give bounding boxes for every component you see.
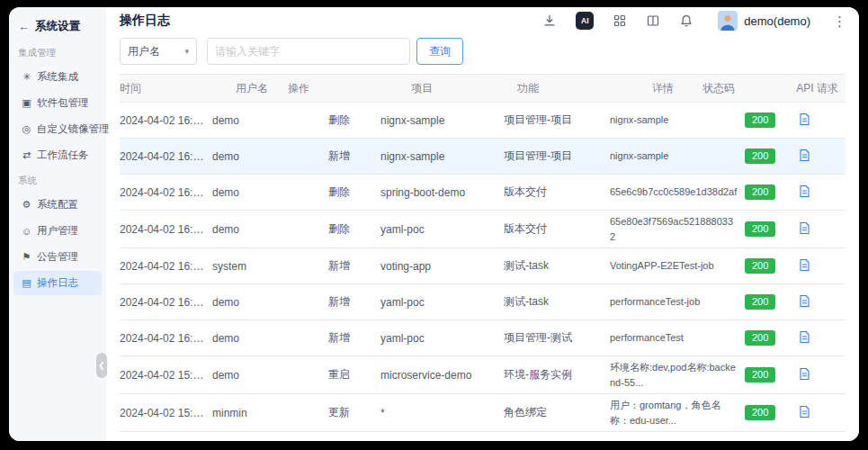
cell-detail: 环境名称:dev,pod名称:backend-55... — [610, 356, 745, 393]
sidebar-item-announcement-management[interactable]: ⚑ 公告管理 — [13, 245, 102, 269]
main-content: 操作日志 AI demo(de — [106, 7, 859, 441]
search-button[interactable]: 查询 — [416, 38, 463, 65]
status-badge: 200 — [745, 221, 775, 237]
cell-time: 2024-04-02 16:34:57 — [120, 220, 212, 239]
table-row[interactable]: 2024-04-02 16:35:05 demo 删除 spring-boot-… — [120, 175, 846, 211]
api-request-doc-icon[interactable] — [799, 148, 810, 162]
more-menu-icon[interactable]: ⋮ — [833, 14, 846, 28]
cell-username: demo — [212, 111, 328, 130]
sidebar-item-label: 工作流任务 — [37, 148, 89, 162]
download-icon[interactable] — [542, 14, 557, 28]
cell-operation: 删除 — [328, 218, 380, 240]
cell-project: microservice-demo — [380, 365, 504, 385]
sidebar-item-icon: ▣ — [21, 97, 32, 109]
sidebar-group-system: ⚙ 系统配置 ☺ 用户管理 ⚑ 公告管理 ▤ 操作日志 — [9, 193, 106, 295]
sidebar-item-package-management[interactable]: ▣ 软件包管理 — [13, 91, 102, 115]
cell-operation: 新增 — [328, 255, 380, 277]
status-badge: 200 — [745, 112, 775, 128]
column-header: 用户名 — [236, 81, 288, 96]
filter-field-value: 用户名 — [128, 44, 160, 59]
cell-project: yaml-poc — [380, 440, 504, 442]
cell-function: 测试-task — [504, 255, 610, 277]
table-row[interactable]: 2024-04-02 15:50:56 minmin 更新 * 角色绑定 用户：… — [120, 394, 846, 432]
column-header: 状态码 — [702, 81, 796, 96]
column-header: 时间 — [120, 81, 236, 96]
table-row[interactable]: 2024-04-02 16:34:57 demo 删除 yaml-poc 版本交… — [120, 211, 846, 248]
sidebar: ← 系统设置 集成管理 ✳ 系统集成 ▣ 软件包管理 ◎ 自定义镜像管理 ⇄ 工… — [9, 7, 106, 441]
table-row[interactable]: 2024-04-02 15:51:48 demo 重启 microservice… — [120, 356, 846, 394]
cell-time: 2024-04-02 16:35:05 — [120, 183, 212, 202]
cell-username: demo — [212, 365, 328, 385]
cell-api-request — [795, 438, 846, 442]
table-row[interactable]: 2024-04-02 16:48:38 demo 删除 nignx-sample… — [120, 103, 846, 139]
cell-function: 版本交付 — [504, 218, 610, 240]
table-row[interactable]: 2024-04-02 14:28:19 demo 新建 yaml-poc 自定义… — [120, 432, 846, 441]
sidebar-collapse-handle[interactable]: ❮ — [96, 353, 107, 378]
api-request-doc-icon[interactable] — [799, 221, 810, 235]
cell-function: 环境-服务实例 — [504, 364, 610, 386]
cell-username: demo — [212, 440, 328, 442]
sidebar-item-label: 自定义镜像管理 — [37, 122, 110, 136]
sidebar-header: ← 系统设置 — [9, 7, 106, 41]
table-row[interactable]: 2024-04-02 16:20:30 demo 新增 yaml-poc 测试-… — [120, 284, 846, 320]
sidebar-item-operation-logs[interactable]: ▤ 操作日志 — [13, 271, 102, 295]
sidebar-item-label: 操作日志 — [37, 276, 78, 290]
user-menu[interactable]: demo(demo) — [718, 11, 810, 31]
sidebar-item-workflow-tasks[interactable]: ⇄ 工作流任务 — [13, 143, 102, 167]
ai-assistant-icon[interactable]: AI — [576, 12, 594, 30]
cell-function: 测试-task — [504, 291, 610, 313]
cell-time: 2024-04-02 16:48:38 — [120, 111, 212, 130]
apps-grid-icon[interactable] — [613, 14, 627, 28]
column-header: 详情 — [652, 81, 702, 96]
cell-project: nignx-sample — [380, 111, 504, 130]
api-request-doc-icon[interactable] — [799, 184, 810, 198]
cell-username: minmin — [212, 403, 328, 423]
docs-icon[interactable] — [646, 14, 660, 28]
cell-status: 200 — [745, 401, 795, 424]
cell-detail: nignx-sample — [610, 145, 745, 167]
cell-function: 项目管理-测试 — [504, 327, 610, 349]
topbar-actions: AI demo(demo) ⋮ — [542, 11, 846, 31]
cell-detail: performanceTest-job — [610, 291, 745, 313]
cell-project: spring-boot-demo — [380, 183, 504, 202]
cell-status: 200 — [745, 218, 795, 240]
table-row[interactable]: 2024-04-02 16:30:00 system 新增 voting-app… — [120, 248, 846, 284]
cell-api-request — [795, 401, 846, 425]
cell-detail: 65e80e3f7569ac5218880332 — [610, 211, 745, 248]
cell-project: yaml-poc — [380, 220, 504, 239]
cell-api-request — [795, 218, 846, 241]
cell-time: 2024-04-02 15:51:48 — [120, 365, 212, 385]
cell-username: demo — [212, 220, 328, 239]
keyword-input[interactable] — [207, 38, 410, 65]
api-request-doc-icon[interactable] — [799, 367, 810, 381]
avatar — [718, 11, 738, 31]
cell-operation: 新建 — [328, 438, 380, 441]
table-header: 时间用户名操作项目功能详情状态码API 请求 — [120, 74, 846, 103]
cell-operation: 新增 — [328, 327, 380, 349]
sidebar-item-system-integration[interactable]: ✳ 系统集成 — [13, 65, 102, 89]
column-header: API 请求 — [796, 81, 846, 96]
api-request-doc-icon[interactable] — [799, 330, 810, 344]
cell-username: system — [212, 256, 328, 276]
table-row[interactable]: 2024-04-02 16:45:19 demo 新增 nignx-sample… — [120, 139, 846, 175]
api-request-doc-icon[interactable] — [799, 112, 810, 126]
cell-operation: 删除 — [328, 181, 380, 203]
api-request-doc-icon[interactable] — [799, 294, 810, 308]
cell-api-request — [795, 181, 846, 204]
column-header: 功能 — [517, 81, 652, 96]
sidebar-item-custom-image-management[interactable]: ◎ 自定义镜像管理 — [13, 117, 102, 141]
cell-time: 2024-04-02 14:28:19 — [120, 440, 212, 442]
cell-time: 2024-04-02 16:19:48 — [120, 328, 212, 348]
api-request-doc-icon[interactable] — [799, 405, 810, 418]
filter-field-select[interactable]: 用户名 ▾ — [120, 38, 197, 65]
top-bar: 操作日志 AI demo(de — [106, 7, 859, 31]
cell-username: demo — [212, 183, 328, 202]
sidebar-item-user-management[interactable]: ☺ 用户管理 — [13, 219, 102, 243]
sidebar-item-label: 系统配置 — [37, 198, 78, 212]
sidebar-item-system-config[interactable]: ⚙ 系统配置 — [13, 193, 102, 217]
notification-bell-icon[interactable] — [679, 14, 694, 28]
table-row[interactable]: 2024-04-02 16:19:48 demo 新增 yaml-poc 项目管… — [120, 320, 846, 356]
api-request-doc-icon[interactable] — [799, 258, 810, 272]
cell-project: yaml-poc — [380, 328, 504, 348]
back-arrow-icon[interactable]: ← — [18, 21, 30, 32]
